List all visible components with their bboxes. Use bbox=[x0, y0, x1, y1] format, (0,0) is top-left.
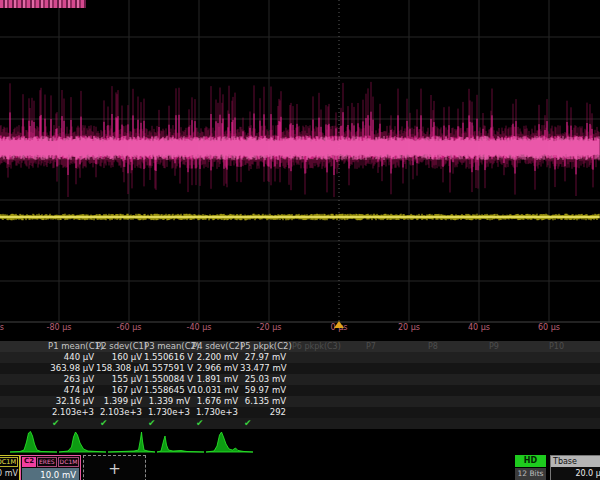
measurement-value: 1.891 mV bbox=[192, 374, 240, 385]
measurement-value: 1.339 mV bbox=[144, 396, 192, 407]
time-axis-label: 20 µs bbox=[398, 323, 420, 332]
time-axis-label: -100 µs bbox=[0, 323, 4, 332]
c2-eres-badge: ERES bbox=[37, 457, 57, 467]
measurement-column: P3 mean(C2)1.550616 V1.557591 V1.550084 … bbox=[144, 341, 192, 429]
timebase-label: Tbase bbox=[551, 456, 600, 467]
measurement-header[interactable]: P2 sdev(C1) bbox=[96, 341, 144, 352]
measurement-value: 33.477 mV bbox=[240, 363, 288, 374]
c1-coupling-badge: DC1M bbox=[0, 457, 18, 467]
c1-trace-core bbox=[0, 216, 599, 218]
measurement-table: P1 mean(C1)440 µV363.98 µV263 µV474 µV32… bbox=[0, 341, 600, 429]
measurement-value: 440 µV bbox=[48, 352, 96, 363]
measurement-value: 32.16 µV bbox=[48, 396, 96, 407]
measurement-column: P2 sdev(C1)160 µV158.308 µV155 µV167 µV1… bbox=[96, 341, 144, 429]
measurement-value: 1.399 µV bbox=[96, 396, 144, 407]
measurement-value: 59.97 mV bbox=[240, 385, 288, 396]
c2-channel-badge: C2 bbox=[22, 457, 36, 467]
time-axis-label: -60 µs bbox=[117, 323, 142, 332]
hd-bits-label: 12 Bits bbox=[515, 468, 546, 480]
measurement-value: 10.031 mV bbox=[192, 385, 240, 396]
measurement-value: 2.966 mV bbox=[192, 363, 240, 374]
measurement-column: P4 sdev(C2)2.200 mV2.966 mV1.891 mV10.03… bbox=[192, 341, 240, 429]
histicon-p4-icon bbox=[157, 429, 204, 454]
time-axis: -100 µs-80 µs-60 µs-40 µs-20 µs0 µs20 µs… bbox=[0, 323, 600, 334]
histogram-shape bbox=[157, 436, 204, 452]
measurement-value: 263 µV bbox=[48, 374, 96, 385]
c2-trace-core bbox=[0, 136, 599, 160]
measurement-header[interactable]: P3 mean(C2) bbox=[144, 341, 192, 352]
histogram-shape bbox=[108, 432, 155, 452]
measurement-header-inactive[interactable]: P7 bbox=[366, 342, 376, 351]
c2-badge-row: C2 ERES DC1M bbox=[22, 457, 79, 467]
histicon-p5-icon bbox=[206, 429, 253, 454]
time-axis-label: 60 µs bbox=[538, 323, 560, 332]
timebase-descriptor[interactable]: Tbase 20.0 µs bbox=[550, 455, 600, 480]
cropped-pink-text-fragment bbox=[0, 0, 86, 8]
histogram-shape bbox=[10, 432, 57, 453]
time-axis-label: -20 µs bbox=[257, 323, 282, 332]
c2-scale-value: 10.0 mV bbox=[22, 468, 79, 480]
measurement-header[interactable]: P4 sdev(C2) bbox=[192, 341, 240, 352]
measurement-header[interactable]: P1 mean(C1) bbox=[48, 341, 96, 352]
measurement-status-check-icon: ✔ bbox=[96, 418, 144, 429]
measurement-column: P5 pkpk(C2)27.97 mV33.477 mV25.03 mV59.9… bbox=[240, 341, 288, 429]
histogram-shape bbox=[206, 432, 253, 452]
measurement-header-inactive[interactable]: P6 pkpk(C3) bbox=[292, 342, 341, 351]
oscilloscope-screen: -100 µs-80 µs-60 µs-40 µs-20 µs0 µs20 µs… bbox=[0, 0, 600, 480]
measurement-value: 1.557591 V bbox=[144, 363, 192, 374]
measurement-value: 160 µV bbox=[96, 352, 144, 363]
measurement-value: 27.97 mV bbox=[240, 352, 288, 363]
c1-scale-value: 0 mV bbox=[0, 469, 18, 478]
measurement-value: 155 µV bbox=[96, 374, 144, 385]
measurement-value: 158.308 µV bbox=[96, 363, 144, 374]
channel-c1-descriptor-fragment[interactable]: DC1M 0 mV bbox=[0, 455, 20, 480]
measurement-value: 1.730e+3 bbox=[144, 407, 192, 418]
measurement-value: 1.550084 V bbox=[144, 374, 192, 385]
histicon-p1-icon bbox=[10, 429, 57, 454]
measurement-status-check-icon: ✔ bbox=[240, 418, 288, 429]
measurement-header-inactive[interactable]: P8 bbox=[428, 342, 438, 351]
add-trace-button[interactable]: + bbox=[83, 455, 146, 480]
trigger-time-marker[interactable] bbox=[334, 321, 344, 328]
measurement-column: P1 mean(C1)440 µV363.98 µV263 µV474 µV32… bbox=[48, 341, 96, 429]
hd-mode-badge: HD bbox=[515, 455, 546, 467]
time-axis-label: -40 µs bbox=[187, 323, 212, 332]
measurement-value: 25.03 mV bbox=[240, 374, 288, 385]
measurement-value: 6.135 mV bbox=[240, 396, 288, 407]
histogram-shape bbox=[59, 432, 106, 452]
time-axis-label: -80 µs bbox=[47, 323, 72, 332]
measurement-status-check-icon: ✔ bbox=[144, 418, 192, 429]
descriptor-bar: DC1M 0 mV C2 ERES DC1M 10.0 mV + HD 12 B… bbox=[0, 454, 600, 480]
c2-coupling-badge: DC1M bbox=[58, 457, 80, 467]
measurement-status-check-icon: ✔ bbox=[192, 418, 240, 429]
measurement-status-check-icon: ✔ bbox=[48, 418, 96, 429]
measurement-value: 363.98 µV bbox=[48, 363, 96, 374]
measurement-value: 1.558645 V bbox=[144, 385, 192, 396]
measurement-value: 167 µV bbox=[96, 385, 144, 396]
measurement-value: 2.103e+3 bbox=[96, 407, 144, 418]
measurement-value: 2.200 mV bbox=[192, 352, 240, 363]
measurement-header-inactive[interactable]: P10 bbox=[549, 342, 564, 351]
measurement-value: 2.103e+3 bbox=[48, 407, 96, 418]
measurement-header-inactive[interactable]: P9 bbox=[489, 342, 499, 351]
histicon-row bbox=[0, 429, 600, 454]
measurement-value: 292 bbox=[240, 407, 288, 418]
measurement-value: 1.730e+3 bbox=[192, 407, 240, 418]
measurement-value: 1.676 mV bbox=[192, 396, 240, 407]
time-axis-label: 40 µs bbox=[468, 323, 490, 332]
measurement-value: 474 µV bbox=[48, 385, 96, 396]
histicon-p3-icon bbox=[108, 429, 155, 454]
measurement-value: 1.550616 V bbox=[144, 352, 192, 363]
histicon-p2-icon bbox=[59, 429, 106, 454]
measurement-header[interactable]: P5 pkpk(C2) bbox=[240, 341, 288, 352]
timebase-value: 20.0 µs bbox=[551, 467, 600, 480]
waveform-plot bbox=[0, 0, 600, 330]
channel-c2-descriptor[interactable]: C2 ERES DC1M 10.0 mV bbox=[20, 455, 81, 480]
